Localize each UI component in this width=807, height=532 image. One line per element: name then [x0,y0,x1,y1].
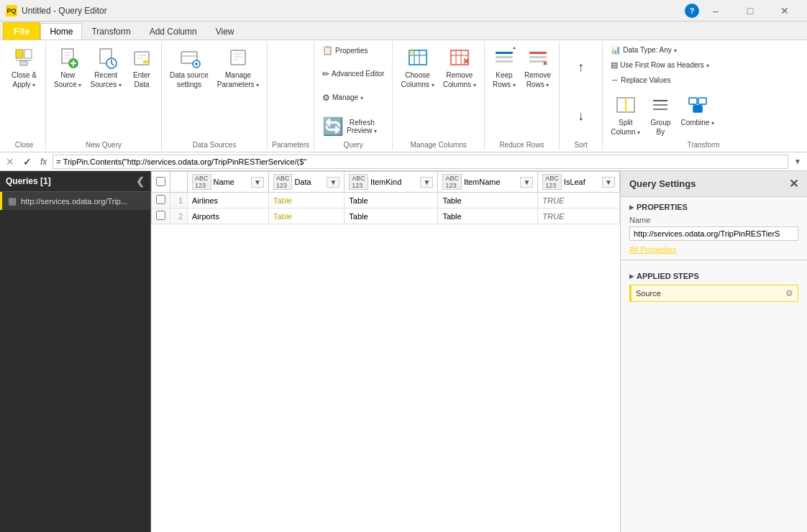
manage-button[interactable]: ⚙ Manage ▾ [319,91,367,105]
source-step-item[interactable]: Source ⚙ [629,285,798,302]
close-button[interactable]: ✕ [768,0,801,22]
tab-file[interactable]: File [3,22,40,40]
formula-confirm-button[interactable]: ✓ [20,156,35,168]
data-type-button[interactable]: 📊 Data Type: Any ▾ [607,43,680,57]
refresh-preview-button[interactable]: 🔄 RefreshPreview ▾ [319,114,380,139]
select-all-checkbox[interactable] [156,177,165,186]
svg-rect-37 [496,52,513,54]
col-header-itemkind[interactable]: ABC123 ItemKind ▼ [345,172,438,193]
properties-triangle-icon: ▶ [629,204,634,211]
all-properties-link[interactable]: All Properties [629,245,676,254]
queries-collapse-button[interactable]: ❮ [136,175,145,187]
parameters-group-label: Parameters [272,139,309,149]
data-source-settings-label: Data sourcesettings [170,70,209,89]
new-query-group-label: New Query [86,139,122,149]
data-table: ABC123 Name ▼ ABC123 Data ▼ [151,171,620,224]
keep-rows-button[interactable]: KeepRows ▾ [489,43,519,92]
group-by-button[interactable]: GroupBy [645,91,675,139]
col-header-itemname[interactable]: ABC123 ItemName ▼ [438,172,538,193]
choose-columns-label: ChooseColumns ▾ [401,70,434,89]
ribbon: Close &Apply ▾ Close NewSource ▾ RecentS… [0,40,807,152]
formula-expand-button[interactable]: ▼ [791,157,804,165]
enter-data-button[interactable]: EnterData [127,43,157,92]
recent-sources-button[interactable]: RecentSources ▾ [86,43,124,92]
data-source-settings-button[interactable]: Data sourcesettings [166,43,212,92]
col-header-name[interactable]: ABC123 Name ▼ [188,172,269,193]
ribbon-group-manage-columns: ChooseColumns ▾ RemoveColumns ▾ Manage C… [393,42,485,150]
advanced-editor-icon: ✏ [322,69,329,79]
tab-transform[interactable]: Transform [82,23,140,40]
data-type-label: Data Type: Any ▾ [623,46,676,54]
properties-button[interactable]: 📋 Properties [319,43,372,58]
query-settings-close-button[interactable]: ✕ [789,177,798,191]
split-column-icon [614,93,637,116]
tab-home[interactable]: Home [40,23,82,40]
name-filter-button[interactable]: ▼ [251,177,264,188]
choose-columns-button[interactable]: ChooseColumns ▾ [397,43,437,92]
properties-section: ▶ PROPERTIES Name All Properties [621,197,807,260]
advanced-editor-button[interactable]: ✏ Advanced Editor [319,67,388,81]
tab-view[interactable]: View [206,23,244,40]
split-column-button[interactable]: SplitColumn ▾ [607,91,644,139]
help-button[interactable]: ? [685,4,699,18]
svg-rect-38 [496,56,513,58]
combine-button[interactable]: Combine ▾ [677,91,718,130]
formula-cancel-button[interactable]: ✕ [3,156,17,168]
row-1-itemkind: Table [345,193,438,208]
itemname-type-badge: ABC123 [442,174,462,190]
use-first-row-icon: ▤ [611,60,618,70]
ribbon-group-query: 📋 Properties ✏ Advanced Editor ⚙ Manage … [314,42,393,150]
row-1-checkbox[interactable] [156,195,165,204]
remove-rows-label: RemoveRows ▾ [524,70,551,89]
use-first-row-button[interactable]: ▤ Use First Row as Headers ▾ [607,58,712,72]
ribbon-group-new-query: NewSource ▾ RecentSources ▾ EnterData Ne… [46,42,162,150]
new-source-button[interactable]: NewSource ▾ [50,43,85,92]
query-name-input[interactable] [629,226,798,241]
row-2-checkbox[interactable] [156,211,165,220]
source-step-gear-icon[interactable]: ⚙ [785,288,793,298]
replace-values-button[interactable]: ↔ Replace Values [607,73,674,86]
ribbon-group-parameters: Parameters [268,42,314,150]
remove-rows-button[interactable]: RemoveRows ▾ [521,43,555,92]
col-header-isleaf[interactable]: ABC123 IsLeaf ▼ [538,172,620,193]
tab-add-column[interactable]: Add Column [140,23,206,40]
choose-columns-icon [406,46,429,69]
query-settings-panel: Query Settings ✕ ▶ PROPERTIES Name All P… [620,171,807,532]
queries-title: Queries [1] [6,176,51,186]
formula-input[interactable] [53,155,788,169]
row-2-checkbox-cell [152,208,170,224]
data-filter-button[interactable]: ▼ [327,177,339,188]
close-apply-icon [12,46,35,69]
query-item[interactable]: ▦ http://services.odata.org/Trip... [0,192,150,210]
minimize-button[interactable]: – [699,0,732,22]
window-controls: – □ ✕ [699,0,801,22]
name-label: Name [629,216,798,224]
formula-bar: ✕ ✓ fx ▼ [0,152,807,171]
maximize-button[interactable]: □ [734,0,767,22]
split-column-label: SplitColumn ▾ [611,118,640,137]
svg-rect-22 [231,50,245,65]
col-header-data[interactable]: ABC123 Data ▼ [268,172,344,193]
close-apply-button[interactable]: Close &Apply ▾ [8,43,40,92]
ribbon-group-transform: 📊 Data Type: Any ▾ ▤ Use First Row as He… [603,42,804,150]
itemkind-filter-button[interactable]: ▼ [420,177,433,188]
query-item-icon: ▦ [8,196,17,206]
sort-desc-button[interactable]: ↓ [574,106,588,126]
manage-columns-group-label: Manage Columns [410,139,466,149]
combine-icon [686,93,709,116]
remove-columns-button[interactable]: RemoveColumns ▾ [439,43,480,92]
recent-sources-icon [94,46,117,69]
manage-parameters-icon [227,46,250,69]
query-item-label: http://services.odata.org/Trip... [21,197,127,206]
query-settings-title: Query Settings [629,178,696,189]
queries-header: Queries [1] ❮ [0,171,150,192]
itemname-filter-button[interactable]: ▼ [520,177,533,188]
data-table-wrapper[interactable]: ABC123 Name ▼ ABC123 Data ▼ [151,171,620,532]
sort-asc-button[interactable]: ↑ [574,58,588,77]
itemkind-type-badge: ABC123 [349,174,368,190]
title-bar: PQ Untitled - Query Editor ? – □ ✕ [0,0,807,22]
row-1-isleaf: TRUE [538,193,620,208]
isleaf-filter-button[interactable]: ▼ [602,177,615,188]
query-group-label: Query [344,139,363,149]
manage-parameters-button[interactable]: ManageParameters ▾ [214,43,263,92]
